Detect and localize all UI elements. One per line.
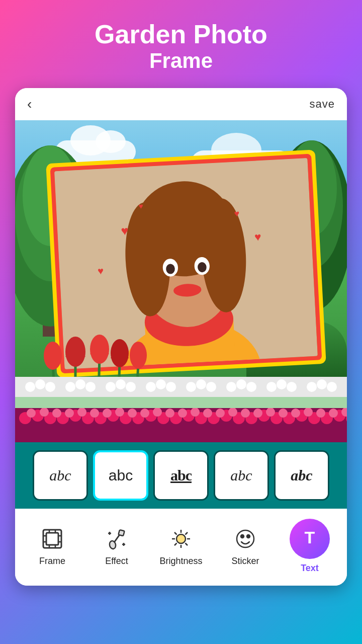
text-icon: T <box>290 519 330 559</box>
frame-label: Frame <box>39 556 65 567</box>
svg-point-101 <box>65 409 74 418</box>
font-thumbnails: abc abc abc abc abc <box>15 442 347 509</box>
svg-rect-126 <box>46 533 58 545</box>
svg-point-62 <box>287 382 297 392</box>
svg-line-141 <box>186 532 188 535</box>
svg-point-47 <box>85 382 96 392</box>
tool-effect[interactable]: Effect <box>84 526 149 567</box>
svg-point-63 <box>307 382 317 392</box>
app-title-line1: Garden Photo <box>10 20 352 49</box>
svg-text:T: T <box>305 528 315 547</box>
svg-point-50 <box>126 382 136 392</box>
svg-point-98 <box>27 409 36 418</box>
svg-point-103 <box>90 409 99 418</box>
svg-point-46 <box>75 379 85 389</box>
svg-line-140 <box>186 543 188 546</box>
svg-point-42 <box>25 382 35 392</box>
font-thumb-3[interactable]: abc <box>153 450 209 501</box>
svg-point-57 <box>226 382 236 392</box>
svg-point-122 <box>329 409 338 418</box>
svg-point-143 <box>237 530 254 547</box>
svg-point-59 <box>246 382 256 392</box>
font-thumb-5[interactable]: abc <box>274 450 329 501</box>
svg-point-110 <box>178 409 187 418</box>
svg-point-44 <box>45 382 55 392</box>
brightness-icon <box>168 526 194 552</box>
effect-icon <box>104 526 130 552</box>
svg-point-113 <box>216 409 225 418</box>
svg-point-52 <box>156 379 166 389</box>
brightness-label: Brightness <box>159 556 202 567</box>
tool-sticker[interactable]: Sticker <box>213 526 278 567</box>
font-thumb-2[interactable]: abc <box>93 450 148 501</box>
svg-point-53 <box>166 382 176 392</box>
svg-point-144 <box>241 535 244 538</box>
svg-point-107 <box>140 409 149 418</box>
save-button[interactable]: save <box>310 98 335 111</box>
app-header: Garden Photo Frame <box>0 0 362 88</box>
white-flower-row <box>15 377 347 410</box>
svg-line-139 <box>174 532 177 535</box>
svg-point-51 <box>146 382 156 392</box>
svg-point-61 <box>277 379 287 389</box>
frame-icon <box>39 526 65 552</box>
svg-point-112 <box>203 409 212 418</box>
svg-point-54 <box>186 382 196 392</box>
svg-point-65 <box>327 382 337 392</box>
photo-canvas: ♥ ♥ ♥ ♥ ♥ <box>15 120 347 442</box>
effect-label: Effect <box>105 556 128 567</box>
svg-point-58 <box>236 379 246 389</box>
svg-point-55 <box>196 379 206 389</box>
svg-point-43 <box>35 379 45 389</box>
svg-point-121 <box>316 409 325 418</box>
main-card: ‹ save <box>15 88 347 586</box>
svg-point-104 <box>103 409 112 418</box>
svg-rect-128 <box>118 530 124 536</box>
svg-point-106 <box>128 409 137 418</box>
svg-text:♥: ♥ <box>98 265 104 277</box>
svg-point-48 <box>106 382 116 392</box>
svg-point-38 <box>130 342 147 369</box>
card-toolbar: ‹ save <box>15 88 347 120</box>
svg-text:♥: ♥ <box>254 230 261 244</box>
pink-flower-row <box>15 408 347 442</box>
svg-point-145 <box>247 535 250 538</box>
font-thumb-1[interactable]: abc <box>33 450 88 501</box>
flower-bed <box>15 377 347 442</box>
svg-point-60 <box>266 382 277 392</box>
svg-point-119 <box>291 409 300 418</box>
svg-point-64 <box>317 379 327 389</box>
svg-line-142 <box>174 543 177 546</box>
font-thumb-4[interactable]: abc <box>214 450 269 501</box>
bottom-toolbar: Frame Effect <box>15 509 347 586</box>
tool-brightness[interactable]: Brightness <box>149 526 213 567</box>
svg-point-134 <box>176 534 186 543</box>
tool-text[interactable]: T Text <box>278 519 342 574</box>
svg-text:♥: ♥ <box>234 208 240 219</box>
svg-text:♥: ♥ <box>121 223 129 238</box>
svg-point-115 <box>241 409 250 418</box>
svg-point-49 <box>116 379 126 389</box>
sticker-icon <box>232 526 258 552</box>
svg-point-109 <box>165 409 174 418</box>
svg-point-116 <box>253 409 262 418</box>
text-label: Text <box>301 563 319 574</box>
back-button[interactable]: ‹ <box>27 96 32 112</box>
svg-point-118 <box>279 409 288 418</box>
sticker-label: Sticker <box>231 556 259 567</box>
svg-point-100 <box>52 409 61 418</box>
svg-point-56 <box>206 382 216 392</box>
tool-frame[interactable]: Frame <box>20 526 84 567</box>
svg-text:♥: ♥ <box>138 202 143 210</box>
app-title-line2: Frame <box>10 49 352 73</box>
svg-point-45 <box>65 382 75 392</box>
